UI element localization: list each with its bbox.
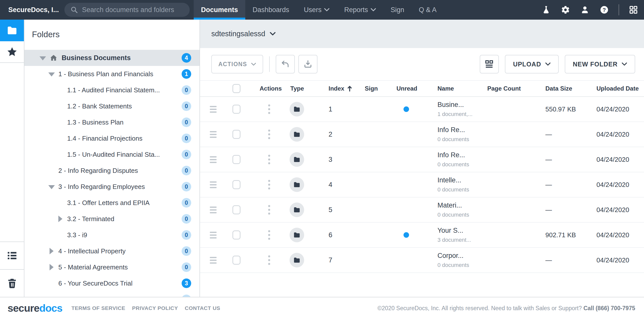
tree-caret-icon[interactable] (57, 104, 64, 108)
global-search[interactable] (64, 3, 190, 17)
tab-documents[interactable]: Documents (194, 0, 245, 20)
actions-button[interactable]: ACTIONS (211, 55, 263, 73)
column-header-index[interactable]: Index (325, 85, 361, 92)
drag-handle-icon[interactable] (210, 232, 217, 238)
row-actions-menu-icon[interactable] (268, 104, 270, 114)
download-button[interactable] (298, 55, 317, 73)
tab-q-a[interactable]: Q & A (412, 0, 444, 20)
table-row[interactable]: 3 Info Re... 0 documents — 04/24/2020 (200, 147, 644, 172)
lab-flask-icon[interactable] (541, 5, 551, 15)
sidebar-folder-item[interactable]: 2 - Info Regarding Disputes 0 (24, 163, 199, 179)
row-actions-menu-icon[interactable] (268, 180, 270, 189)
tree-caret-icon[interactable] (48, 265, 55, 269)
row-name-cell[interactable]: Intelle... 0 documents (436, 176, 479, 193)
row-checkbox[interactable] (232, 155, 240, 164)
row-checkbox[interactable] (232, 130, 240, 139)
tree-caret-icon[interactable] (57, 201, 64, 205)
card-view-toggle-button[interactable] (480, 55, 499, 73)
drag-handle-icon[interactable] (210, 131, 217, 138)
tree-caret-icon[interactable] (57, 88, 64, 92)
apps-grid-icon[interactable] (628, 5, 638, 15)
column-header-actions[interactable]: Actions (247, 85, 287, 92)
row-name-cell[interactable]: Your S... 3 document... (436, 227, 479, 243)
footer-link-terms-of-service[interactable]: TERMS OF SERVICE (71, 305, 125, 311)
row-name-cell[interactable]: Info Re... 0 documents (436, 151, 479, 168)
drag-handle-icon[interactable] (210, 257, 217, 264)
tree-caret-icon[interactable] (48, 249, 55, 253)
footer-link-privacy-policy[interactable]: PRIVACY POLICY (132, 305, 178, 311)
tab-reports[interactable]: Reports (337, 0, 383, 20)
table-row[interactable]: 4 Intelle... 0 documents — 04/24/2020 (200, 172, 644, 197)
rail-item-favorites[interactable] (0, 41, 24, 63)
sidebar-folder-item[interactable]: 1.2 - Bank Statements 0 (24, 98, 199, 114)
undo-button[interactable] (276, 55, 295, 73)
tree-caret-icon[interactable] (39, 56, 46, 60)
row-name-cell[interactable]: Corpor... 0 documents (436, 252, 479, 268)
tree-caret-icon[interactable] (57, 217, 64, 221)
app-logo[interactable]: SecureDocs, I... (8, 6, 60, 14)
row-actions-menu-icon[interactable] (268, 255, 270, 265)
rail-item-trash[interactable] (0, 269, 24, 297)
table-row[interactable]: 7 Corpor... 0 documents — 04/24/2020 (200, 248, 644, 273)
drag-handle-icon[interactable] (210, 106, 217, 113)
sidebar-folder-item[interactable]: 1.3 - Business Plan 0 (24, 114, 199, 130)
row-checkbox[interactable] (232, 180, 240, 189)
sidebar-folder-item[interactable]: 1.1 - Audited Financial Statem... 0 (24, 82, 199, 98)
row-name-cell[interactable]: Materi... 0 documents (436, 202, 479, 218)
row-actions-menu-icon[interactable] (268, 230, 270, 240)
column-header-name[interactable]: Name (436, 85, 479, 92)
new-folder-button[interactable]: NEW FOLDER (565, 55, 635, 73)
settings-gear-icon[interactable] (560, 5, 571, 15)
tab-sign[interactable]: Sign (383, 0, 412, 20)
column-header-page-count[interactable]: Page Count (479, 85, 537, 92)
user-profile-icon[interactable] (580, 5, 590, 15)
row-checkbox[interactable] (232, 205, 240, 214)
sidebar-folder-item[interactable]: 1.5 - Un-Audited Financial Sta... 0 (24, 146, 199, 163)
sidebar-folder-item[interactable]: 6 - Your SecureDocs Trial 3 (24, 275, 199, 291)
search-input[interactable] (82, 6, 183, 14)
row-actions-menu-icon[interactable] (268, 205, 270, 215)
tree-caret-icon[interactable] (48, 169, 55, 173)
column-header-uploaded-date[interactable]: Uploaded Date (596, 85, 644, 92)
tree-caret-icon[interactable] (48, 281, 55, 285)
row-actions-menu-icon[interactable] (268, 130, 270, 139)
row-checkbox[interactable] (232, 256, 240, 265)
sidebar-folder-item[interactable]: Business Documents 4 (24, 50, 199, 66)
drag-handle-icon[interactable] (210, 181, 217, 188)
row-checkbox[interactable] (232, 105, 240, 114)
sidebar-folder-item[interactable]: 3.3 - i9 0 (24, 227, 199, 243)
row-actions-menu-icon[interactable] (268, 155, 270, 164)
tab-dashboards[interactable]: Dashboards (245, 0, 297, 20)
upload-button[interactable]: UPLOAD (505, 55, 559, 73)
help-icon[interactable]: ? (599, 5, 609, 15)
table-row[interactable]: 6 Your S... 3 document... 902.71 KB 04/2… (200, 223, 644, 248)
tree-caret-icon[interactable] (57, 120, 64, 124)
breadcrumb[interactable]: sdtestingsalessd (211, 30, 276, 38)
tree-caret-icon[interactable] (48, 185, 55, 189)
tree-caret-icon[interactable] (57, 136, 64, 140)
drag-handle-icon[interactable] (210, 156, 217, 163)
tab-users[interactable]: Users (297, 0, 337, 20)
sidebar-folder-item[interactable]: 1 - Business Plan and Financials 1 (24, 66, 199, 82)
table-row[interactable]: 1 Busine... 1 document,... 550.97 KB 04/… (200, 97, 644, 122)
tree-caret-icon[interactable] (48, 72, 55, 76)
column-header-sign[interactable]: Sign (361, 85, 392, 92)
table-row[interactable]: 2 Info Re... 0 documents — 04/24/2020 (200, 122, 644, 147)
row-checkbox[interactable] (232, 230, 240, 240)
column-header-type[interactable]: Type (287, 85, 325, 92)
select-all-checkbox[interactable] (232, 84, 240, 93)
footer-link-contact-us[interactable]: CONTACT US (185, 305, 220, 311)
tree-caret-icon[interactable] (57, 233, 64, 237)
sidebar-folder-item[interactable]: 3 - Info Regarding Employees 0 (24, 179, 199, 195)
sidebar-folder-item[interactable]: 3.2 - Terminated 0 (24, 211, 199, 227)
tree-caret-icon[interactable] (57, 152, 64, 156)
sidebar-folder-item[interactable] (24, 291, 199, 297)
column-header-unread[interactable]: Unread (392, 85, 436, 92)
row-name-cell[interactable]: Busine... 1 document,... (436, 101, 479, 117)
sidebar-folder-item[interactable]: 4 - Intellectual Property 0 (24, 243, 199, 259)
table-row[interactable]: 5 Materi... 0 documents — 04/24/2020 (200, 197, 644, 223)
rail-item-list-view[interactable] (0, 242, 24, 269)
sidebar-folder-item[interactable]: 1.4 - Financial Projections 0 (24, 130, 199, 146)
sidebar-folder-item[interactable]: 5 - Material Agreements 0 (24, 259, 199, 275)
sidebar-folder-item[interactable]: 3.1 - Offer Letters and EPIIA 0 (24, 195, 199, 211)
